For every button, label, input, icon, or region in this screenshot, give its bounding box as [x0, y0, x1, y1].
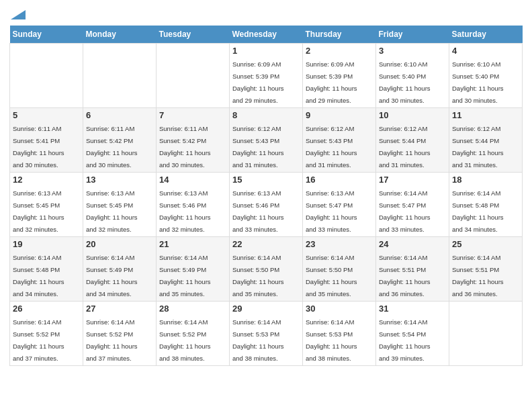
cell-info: Sunrise: 6:14 AM Sunset: 5:48 PM Dayligh…: [452, 189, 504, 233]
calendar-cell: 3Sunrise: 6:10 AM Sunset: 5:40 PM Daylig…: [376, 44, 449, 108]
date-number: 28: [159, 304, 226, 314]
cell-info: Sunrise: 6:14 AM Sunset: 5:53 PM Dayligh…: [232, 318, 284, 362]
calendar-cell: [83, 44, 157, 108]
calendar-cell: 21Sunrise: 6:14 AM Sunset: 5:49 PM Dayli…: [157, 237, 230, 302]
cell-info: Sunrise: 6:14 AM Sunset: 5:49 PM Dayligh…: [159, 254, 211, 298]
cell-info: Sunrise: 6:14 AM Sunset: 5:50 PM Dayligh…: [306, 254, 357, 298]
calendar-cell: [157, 44, 230, 108]
date-number: 14: [159, 175, 226, 185]
date-number: 31: [379, 304, 446, 314]
date-number: 18: [452, 175, 519, 185]
date-number: 19: [13, 239, 80, 249]
date-number: 21: [159, 239, 226, 249]
cell-info: Sunrise: 6:12 AM Sunset: 5:44 PM Dayligh…: [452, 125, 504, 169]
date-number: 1: [232, 46, 300, 56]
day-header-saturday: Saturday: [449, 26, 523, 44]
date-number: 15: [232, 175, 300, 185]
cell-info: Sunrise: 6:11 AM Sunset: 5:41 PM Dayligh…: [13, 125, 64, 169]
calendar-table: SundayMondayTuesdayWednesdayThursdayFrid…: [9, 26, 523, 366]
page: SundayMondayTuesdayWednesdayThursdayFrid…: [0, 0, 532, 411]
day-header-monday: Monday: [83, 26, 157, 44]
date-number: 3: [379, 46, 446, 56]
cell-info: Sunrise: 6:14 AM Sunset: 5:48 PM Dayligh…: [13, 254, 64, 298]
week-row-3: 12Sunrise: 6:13 AM Sunset: 5:45 PM Dayli…: [10, 173, 523, 237]
calendar-cell: 16Sunrise: 6:13 AM Sunset: 5:47 PM Dayli…: [303, 173, 376, 237]
date-number: 9: [306, 110, 373, 120]
cell-info: Sunrise: 6:13 AM Sunset: 5:46 PM Dayligh…: [159, 189, 211, 233]
calendar-cell: 14Sunrise: 6:13 AM Sunset: 5:46 PM Dayli…: [157, 173, 230, 237]
date-number: 2: [306, 46, 373, 56]
cell-info: Sunrise: 6:09 AM Sunset: 5:39 PM Dayligh…: [232, 60, 284, 104]
calendar-cell: 1Sunrise: 6:09 AM Sunset: 5:39 PM Daylig…: [230, 44, 303, 108]
logo-general: [9, 7, 26, 20]
calendar-cell: 24Sunrise: 6:14 AM Sunset: 5:51 PM Dayli…: [376, 237, 449, 302]
cell-info: Sunrise: 6:12 AM Sunset: 5:44 PM Dayligh…: [379, 125, 431, 169]
date-number: 20: [86, 239, 153, 249]
calendar-cell: 5Sunrise: 6:11 AM Sunset: 5:41 PM Daylig…: [10, 108, 83, 173]
day-header-row: SundayMondayTuesdayWednesdayThursdayFrid…: [10, 26, 523, 44]
calendar-cell: 26Sunrise: 6:14 AM Sunset: 5:52 PM Dayli…: [10, 302, 83, 366]
logo: [9, 7, 26, 20]
week-row-4: 19Sunrise: 6:14 AM Sunset: 5:48 PM Dayli…: [10, 237, 523, 302]
calendar-cell: 4Sunrise: 6:10 AM Sunset: 5:40 PM Daylig…: [449, 44, 523, 108]
cell-info: Sunrise: 6:14 AM Sunset: 5:47 PM Dayligh…: [379, 189, 431, 233]
date-number: 30: [306, 304, 373, 314]
svg-marker-0: [11, 10, 26, 19]
week-row-5: 26Sunrise: 6:14 AM Sunset: 5:52 PM Dayli…: [10, 302, 523, 366]
week-row-2: 5Sunrise: 6:11 AM Sunset: 5:41 PM Daylig…: [10, 108, 523, 173]
cell-info: Sunrise: 6:12 AM Sunset: 5:43 PM Dayligh…: [306, 125, 357, 169]
cell-info: Sunrise: 6:14 AM Sunset: 5:53 PM Dayligh…: [306, 318, 357, 362]
calendar-cell: 8Sunrise: 6:12 AM Sunset: 5:43 PM Daylig…: [230, 108, 303, 173]
day-header-sunday: Sunday: [10, 26, 83, 44]
calendar-cell: 22Sunrise: 6:14 AM Sunset: 5:50 PM Dayli…: [230, 237, 303, 302]
cell-info: Sunrise: 6:10 AM Sunset: 5:40 PM Dayligh…: [452, 60, 504, 104]
date-number: 27: [86, 304, 153, 314]
cell-info: Sunrise: 6:14 AM Sunset: 5:54 PM Dayligh…: [379, 318, 431, 362]
date-number: 29: [232, 304, 300, 314]
cell-info: Sunrise: 6:14 AM Sunset: 5:51 PM Dayligh…: [379, 254, 431, 298]
date-number: 24: [379, 239, 446, 249]
calendar-cell: 6Sunrise: 6:11 AM Sunset: 5:42 PM Daylig…: [83, 108, 157, 173]
logo-icon: [11, 10, 26, 19]
calendar-cell: 13Sunrise: 6:13 AM Sunset: 5:45 PM Dayli…: [83, 173, 157, 237]
date-number: 13: [86, 175, 153, 185]
date-number: 23: [306, 239, 373, 249]
date-number: 4: [452, 46, 519, 56]
cell-info: Sunrise: 6:13 AM Sunset: 5:47 PM Dayligh…: [306, 189, 357, 233]
calendar-cell: 10Sunrise: 6:12 AM Sunset: 5:44 PM Dayli…: [376, 108, 449, 173]
header: [9, 7, 523, 20]
date-number: 26: [13, 304, 80, 314]
cell-info: Sunrise: 6:12 AM Sunset: 5:43 PM Dayligh…: [232, 125, 284, 169]
cell-info: Sunrise: 6:09 AM Sunset: 5:39 PM Dayligh…: [306, 60, 357, 104]
calendar-cell: 20Sunrise: 6:14 AM Sunset: 5:49 PM Dayli…: [83, 237, 157, 302]
cell-info: Sunrise: 6:11 AM Sunset: 5:42 PM Dayligh…: [159, 125, 211, 169]
date-number: 5: [13, 110, 80, 120]
calendar-cell: 27Sunrise: 6:14 AM Sunset: 5:52 PM Dayli…: [83, 302, 157, 366]
calendar-cell: 7Sunrise: 6:11 AM Sunset: 5:42 PM Daylig…: [157, 108, 230, 173]
cell-info: Sunrise: 6:14 AM Sunset: 5:52 PM Dayligh…: [86, 318, 138, 362]
calendar-body: 1Sunrise: 6:09 AM Sunset: 5:39 PM Daylig…: [10, 44, 523, 366]
calendar-cell: 15Sunrise: 6:13 AM Sunset: 5:46 PM Dayli…: [230, 173, 303, 237]
day-header-friday: Friday: [376, 26, 449, 44]
calendar-cell: 25Sunrise: 6:14 AM Sunset: 5:51 PM Dayli…: [449, 237, 523, 302]
date-number: 7: [159, 110, 226, 120]
date-number: 22: [232, 239, 300, 249]
date-number: 10: [379, 110, 446, 120]
calendar-cell: 9Sunrise: 6:12 AM Sunset: 5:43 PM Daylig…: [303, 108, 376, 173]
day-header-tuesday: Tuesday: [157, 26, 230, 44]
date-number: 16: [306, 175, 373, 185]
calendar-cell: 18Sunrise: 6:14 AM Sunset: 5:48 PM Dayli…: [449, 173, 523, 237]
date-number: 12: [13, 175, 80, 185]
cell-info: Sunrise: 6:13 AM Sunset: 5:45 PM Dayligh…: [13, 189, 64, 233]
calendar-cell: 28Sunrise: 6:14 AM Sunset: 5:52 PM Dayli…: [157, 302, 230, 366]
date-number: 25: [452, 239, 519, 249]
date-number: 11: [452, 110, 519, 120]
cell-info: Sunrise: 6:14 AM Sunset: 5:51 PM Dayligh…: [452, 254, 504, 298]
cell-info: Sunrise: 6:14 AM Sunset: 5:52 PM Dayligh…: [159, 318, 211, 362]
cell-info: Sunrise: 6:13 AM Sunset: 5:46 PM Dayligh…: [232, 189, 284, 233]
calendar-cell: 30Sunrise: 6:14 AM Sunset: 5:53 PM Dayli…: [303, 302, 376, 366]
calendar-cell: 11Sunrise: 6:12 AM Sunset: 5:44 PM Dayli…: [449, 108, 523, 173]
calendar-cell: 23Sunrise: 6:14 AM Sunset: 5:50 PM Dayli…: [303, 237, 376, 302]
calendar-cell: [10, 44, 83, 108]
calendar-cell: 12Sunrise: 6:13 AM Sunset: 5:45 PM Dayli…: [10, 173, 83, 237]
